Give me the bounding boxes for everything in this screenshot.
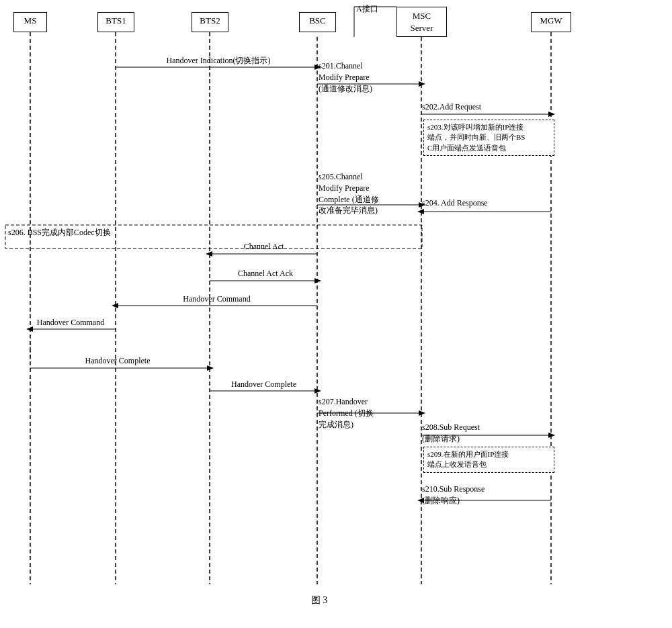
msg-s209-note: s209.在新的用户面IP连接端点上收发语音包 <box>423 447 554 473</box>
msg-handover-complete-bts2-bsc: Handover Complete <box>212 379 316 390</box>
msg-s204: s204. Add Response <box>422 198 553 208</box>
svg-marker-13 <box>548 111 555 117</box>
msg-s205: s205.ChannelModify PrepareComplete (通道修改… <box>319 171 423 216</box>
figure-caption: 图 3 <box>269 594 370 607</box>
msg-s203-note: s203.对该呼叫增加新的IP连接端点，并同时向新、旧两个BSC用户面端点发送语… <box>423 120 554 156</box>
entity-bts1: BTS1 <box>97 12 134 32</box>
msg-channel-act-ack: Channel Act Ack <box>212 269 319 279</box>
msg-channel-act: Channel Act <box>212 242 316 252</box>
entity-mgw: MGW <box>531 12 571 32</box>
msg-s207: s207.HandoverPerformed (切换完成消息) <box>319 396 423 430</box>
entity-msc: MSCServer <box>396 7 447 37</box>
msg-s208: s208.Sub Request(删除请求) <box>422 422 553 445</box>
entity-bsc: BSC <box>299 12 336 32</box>
msg-s201: s201.ChannelModify Prepare(通道修改消息) <box>319 60 423 94</box>
interface-label: A接口 <box>356 3 378 15</box>
msg-handover-complete-ms-bts2: Handover Complete <box>27 356 208 366</box>
sequence-diagram: MS BTS1 BTS2 BSC A接口 MSCServer MGW Hando… <box>0 0 672 628</box>
msg-handover-command-bsc-bts1: Handover Command <box>118 294 316 304</box>
msg-handover-command-bts1-ms: Handover Command <box>27 318 114 328</box>
entity-ms: MS <box>13 12 47 32</box>
msg-s202: s202.Add Request <box>422 102 546 112</box>
msg-s210: s210.Sub Response(删除响应) <box>422 484 553 506</box>
svg-marker-22 <box>314 278 321 283</box>
msg-s206: s206. BSS完成内部Codec切换 <box>8 227 190 238</box>
entity-bts2: BTS2 <box>192 12 228 32</box>
msg-handover-indication: Handover Indication(切换指示) <box>134 55 302 66</box>
svg-marker-29 <box>207 365 214 371</box>
svg-marker-20 <box>206 251 212 257</box>
